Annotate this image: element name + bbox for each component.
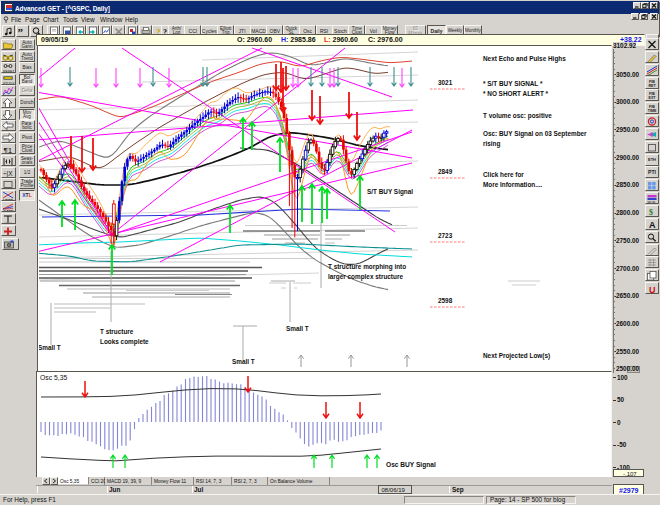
svg-text:T structure morphing into: T structure morphing into [328,263,406,271]
svg-text:Small T: Small T [39,344,61,351]
svg-text:3021: 3021 [438,79,453,86]
svg-text:* NO SHORT ALERT *: * NO SHORT ALERT * [483,90,549,97]
svg-text:LINES: LINES [3,199,14,201]
svg-text:$: $ [649,208,653,217]
svg-text:Small T: Small T [286,325,309,332]
svg-text:2849: 2849 [438,168,453,175]
svg-text:T structure: T structure [100,328,134,335]
svg-text:RESET: RESET [3,70,14,73]
svg-text:Next Projected Low(s): Next Projected Low(s) [483,352,550,360]
svg-text:MOB: MOB [648,201,656,204]
svg-text:¶1: ¶1 [4,146,13,154]
svg-text:GANN: GANN [4,210,15,212]
svg-text:Osc: BUY Signal on 03 Septembe: Osc: BUY Signal on 03 September [483,130,587,138]
svg-text:A: A [649,220,656,230]
svg-text:÷|X: ÷|X [3,170,13,177]
svg-text:Osc BUY Signal: Osc BUY Signal [386,461,436,469]
svg-text:U: U [649,285,656,295]
svg-text:Next Echo and Pulse Highs: Next Echo and Pulse Highs [483,55,566,63]
svg-text:Looks complete: Looks complete [100,338,149,346]
svg-text:* S/T BUY SIGNAL *: * S/T BUY SIGNAL * [483,80,543,87]
svg-text:rising: rising [483,140,500,148]
svg-text:T volume osc: positive: T volume osc: positive [483,112,552,120]
svg-text:2723: 2723 [438,232,453,239]
svg-text:2598: 2598 [438,297,453,304]
svg-text:Osc 5,35: Osc 5,35 [40,374,67,381]
svg-text:S/T BUY Signal: S/T BUY Signal [367,188,413,196]
svg-text:Click here for: Click here for [483,171,524,178]
svg-text:Small T: Small T [232,358,255,365]
svg-text:More Information....: More Information.... [483,181,543,188]
svg-text:larger complex structure: larger complex structure [328,273,403,281]
svg-text:”: ” [18,26,24,36]
svg-text:STUDY: STUDY [3,82,15,85]
